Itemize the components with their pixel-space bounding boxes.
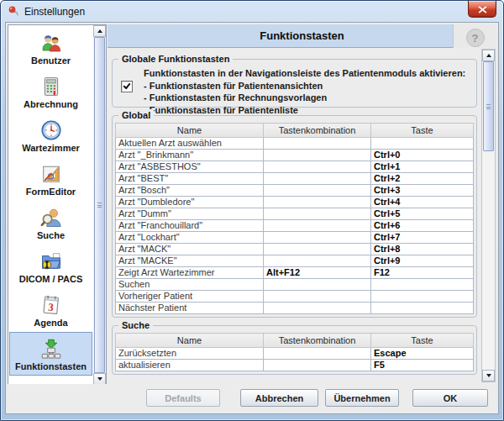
cell-tastenkombination[interactable] xyxy=(264,161,371,173)
cell-tastenkombination[interactable] xyxy=(264,303,371,314)
cell-name[interactable]: Aktuellen Arzt auswählen xyxy=(116,138,264,150)
cell-tastenkombination[interactable] xyxy=(264,291,371,303)
sidebar-scrollbar-thumb[interactable] xyxy=(94,37,105,373)
sidebar-item-funktionstasten[interactable]: Funktionstasten xyxy=(9,332,92,376)
cell-tastenkombination[interactable] xyxy=(264,185,371,197)
cell-taste[interactable]: Ctrl+7 xyxy=(371,232,474,244)
scroll-down-button[interactable] xyxy=(93,373,106,385)
content-scrollbar[interactable] xyxy=(481,49,496,382)
cell-taste[interactable]: Ctrl+8 xyxy=(371,244,474,255)
column-header-tastenkombination: Tastenkombination xyxy=(264,334,371,348)
cell-tastenkombination[interactable] xyxy=(264,197,371,208)
cell-taste[interactable]: Ctrl+0 xyxy=(371,150,474,161)
cell-taste[interactable]: Escape xyxy=(371,348,474,360)
cell-taste[interactable]: Ctrl+4 xyxy=(371,197,474,208)
cell-tastenkombination[interactable] xyxy=(264,244,371,255)
cell-tastenkombination[interactable] xyxy=(264,360,371,371)
cell-name[interactable]: Nächster Patient xyxy=(116,303,264,314)
settings-sidebar: Benutzer Abrechnung Wartezimmer FormEdit… xyxy=(8,24,107,386)
cell-name[interactable]: Arzt "Lockhart" xyxy=(116,232,264,244)
uebernehmen-button[interactable]: Übernehmen xyxy=(325,389,399,407)
global-shortcuts-table: Name Tastenkombination Taste Aktuellen A… xyxy=(115,123,474,314)
cell-name[interactable]: Arzt "_Brinkmann" xyxy=(116,150,264,161)
cell-tastenkombination[interactable] xyxy=(264,232,371,244)
close-button[interactable] xyxy=(468,1,496,18)
abbrechen-button[interactable]: Abbrechen xyxy=(240,389,318,407)
sidebar-item-agenda[interactable]: 3 Agenda xyxy=(9,288,92,332)
sidebar-item-label: Funktionstasten xyxy=(15,361,87,371)
cell-taste[interactable]: Ctrl+3 xyxy=(371,185,474,197)
column-header-tastenkombination: Tastenkombination xyxy=(264,124,371,138)
cell-tastenkombination[interactable] xyxy=(264,208,371,220)
cell-taste[interactable]: Ctrl+1 xyxy=(371,161,474,173)
cell-name[interactable]: Arzt "MACKE" xyxy=(116,255,264,267)
activate-checkbox[interactable] xyxy=(121,81,133,92)
table-row: Arzt "Bosch" Ctrl+3 xyxy=(116,185,474,197)
cell-tastenkombination[interactable] xyxy=(264,220,371,232)
cell-tastenkombination[interactable] xyxy=(264,150,371,161)
cell-tastenkombination[interactable] xyxy=(264,255,371,267)
group-title: Globale Funktionstasten xyxy=(118,53,233,65)
cell-name[interactable]: Arzt "ASBESTHOS" xyxy=(116,161,264,173)
cell-name[interactable]: Zurücksetzten xyxy=(116,348,264,360)
sidebar-item-dicom-pacs[interactable]: DICOM / PACS xyxy=(9,245,92,288)
cell-name[interactable]: Arzt "Franchouillard" xyxy=(116,220,264,232)
sidebar-item-label: Wartezimmer xyxy=(22,143,80,153)
cell-taste[interactable] xyxy=(371,303,474,314)
cell-name[interactable]: Vorheriger Patient xyxy=(116,291,264,303)
cell-taste[interactable]: F5 xyxy=(371,360,474,371)
scroll-down-button[interactable] xyxy=(482,370,495,382)
group-title: Global xyxy=(118,109,154,121)
cell-tastenkombination[interactable] xyxy=(264,348,371,360)
settings-window: Einstellungen Benutzer Abrechnung Wartez… xyxy=(0,0,504,421)
page-title: Funktionstasten xyxy=(260,29,344,42)
cell-name[interactable]: Suchen xyxy=(116,279,264,291)
cell-name[interactable]: Arzt "MACK" xyxy=(116,244,264,255)
sidebar-item-benutzer[interactable]: Benutzer xyxy=(9,26,92,70)
cell-taste[interactable]: Ctrl+6 xyxy=(371,220,474,232)
sidebar-item-wartezimmer[interactable]: Wartezimmer xyxy=(9,113,92,157)
cell-tastenkombination[interactable] xyxy=(264,173,371,185)
sidebar-item-formeditor[interactable]: FormEditor xyxy=(9,157,92,201)
app-icon xyxy=(8,5,20,18)
column-header-taste: Taste xyxy=(371,334,474,348)
scroll-up-button[interactable] xyxy=(482,50,495,61)
cell-taste[interactable] xyxy=(371,291,474,303)
sidebar-scrollbar[interactable] xyxy=(93,25,106,385)
scroll-up-button[interactable] xyxy=(93,25,106,37)
sidebar-item-suche[interactable]: Suche xyxy=(9,201,92,245)
arrow-up-icon xyxy=(97,29,102,33)
column-header-taste: Taste xyxy=(371,124,474,138)
cell-taste[interactable] xyxy=(371,279,474,291)
options-list: - Funktionstasten für Patientenansichten… xyxy=(144,80,465,117)
table-row: Arzt "MACK" Ctrl+8 xyxy=(116,244,474,255)
cell-name[interactable]: Arzt "Bosch" xyxy=(116,185,264,197)
sidebar-item-label: Suche xyxy=(37,230,65,240)
svg-text:3: 3 xyxy=(47,301,54,313)
dicom-folder-icon xyxy=(39,250,63,273)
cell-taste[interactable] xyxy=(371,138,474,150)
table-row: Aktuellen Arzt auswählen xyxy=(116,138,474,150)
cell-taste[interactable]: Ctrl+5 xyxy=(371,208,474,220)
cell-name[interactable]: Arzt "Dumbledore" xyxy=(116,197,264,208)
sidebar-list: Benutzer Abrechnung Wartezimmer FormEdit… xyxy=(9,26,92,384)
cell-tastenkombination[interactable] xyxy=(264,279,371,291)
sidebar-item-label: FormEditor xyxy=(26,187,76,197)
group-title: Suche xyxy=(118,319,153,331)
cell-taste[interactable]: F12 xyxy=(371,267,474,279)
cell-name[interactable]: Zeigt Arzt Wartezimmer xyxy=(116,267,264,279)
cell-taste[interactable]: Ctrl+2 xyxy=(371,173,474,185)
panel-header: Funktionstasten xyxy=(108,24,496,48)
content-scrollbar-thumb[interactable] xyxy=(483,61,494,151)
sidebar-item-label: DICOM / PACS xyxy=(19,274,83,284)
cell-tastenkombination[interactable]: Alt+F12 xyxy=(264,267,371,279)
cell-name[interactable]: Arzt "Dumm" xyxy=(116,208,264,220)
option-line: - Funktionstasten für Rechnungsvorlagen xyxy=(144,92,465,104)
sidebar-item-abrechnung[interactable]: Abrechnung xyxy=(9,70,92,113)
ok-button[interactable]: OK xyxy=(412,389,488,407)
cell-name[interactable]: Arzt "BEST" xyxy=(116,173,264,185)
table-row: Arzt "Dumm" Ctrl+5 xyxy=(116,208,474,220)
cell-tastenkombination[interactable] xyxy=(264,138,371,150)
cell-name[interactable]: aktualisieren xyxy=(116,360,264,371)
cell-taste[interactable]: Ctrl+9 xyxy=(371,255,474,267)
